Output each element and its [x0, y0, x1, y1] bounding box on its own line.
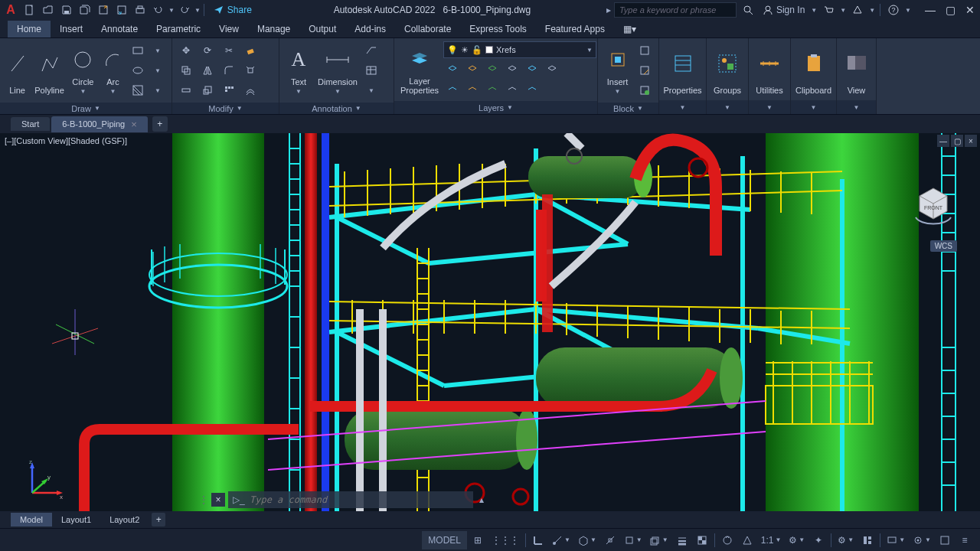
qat-saveall-icon[interactable] [77, 2, 93, 18]
groups-button[interactable]: Groups [711, 41, 743, 96]
command-input[interactable] [228, 491, 473, 508]
tab-collaborate[interactable]: Collaborate [395, 21, 460, 37]
dimension-button[interactable]: Dimension▼ [316, 41, 359, 96]
wcs-badge[interactable]: WCS [930, 240, 957, 252]
panel-draw-title[interactable]: Draw▼ [0, 103, 172, 114]
drawing-canvas[interactable]: [–][Custom View][Shaded (GSF)] — ▢ × [0, 133, 980, 511]
qat-saveweb-icon[interactable] [113, 2, 130, 18]
layer-tool-1-icon[interactable] [443, 60, 462, 78]
status-scale[interactable]: 1:1▼ [758, 531, 785, 549]
qat-save-icon[interactable] [58, 2, 75, 18]
cmd-drag-handle[interactable]: ⋮⋮ [199, 494, 208, 505]
copy-icon[interactable] [177, 61, 195, 80]
status-3dosnap-icon[interactable]: ▼ [621, 531, 645, 549]
mirror-icon[interactable] [198, 61, 217, 80]
vp-min-icon[interactable]: — [937, 135, 949, 147]
tab-output[interactable]: Output [299, 21, 345, 37]
status-workspace-icon[interactable]: ⚙▼ [835, 531, 857, 549]
clipboard-button[interactable]: Clipboard [794, 41, 833, 96]
hatch-icon[interactable] [129, 81, 147, 99]
text-button[interactable]: AText▼ [284, 41, 313, 96]
status-cycling-icon[interactable] [718, 531, 737, 549]
offset-icon[interactable] [241, 81, 260, 99]
tab-view[interactable]: View [210, 21, 248, 37]
cmd-close-icon[interactable]: × [211, 493, 225, 507]
panel-view-title[interactable]: ▼ [837, 100, 876, 114]
close-button[interactable]: ✕ [963, 3, 977, 17]
edit-block-icon[interactable] [635, 61, 654, 80]
tab-layout1[interactable]: Layout1 [52, 513, 100, 527]
help-dropdown[interactable]: ▼ [905, 7, 911, 14]
panel-annotation-title[interactable]: Annotation▼ [279, 103, 394, 114]
vp-max-icon[interactable]: ▢ [951, 135, 963, 147]
ellipse-dd[interactable]: ▼ [149, 61, 167, 80]
file-tab-add[interactable]: + [152, 116, 168, 132]
viewport-label[interactable]: [–][Custom View][Shaded (GSF)] [5, 136, 127, 145]
rotate-icon[interactable]: ⟳ [198, 41, 217, 60]
status-annoscale-icon[interactable] [738, 531, 756, 549]
utilities-button[interactable]: Utilities [753, 41, 786, 96]
qat-redo-icon[interactable] [176, 2, 193, 18]
move-icon[interactable]: ✥ [177, 41, 195, 60]
layer-tool-7-icon[interactable] [443, 80, 462, 98]
insert-button[interactable]: Insert▼ [603, 41, 632, 96]
line-button[interactable]: Line [5, 41, 30, 96]
vp-close-icon[interactable]: × [965, 135, 977, 147]
panel-layers-title[interactable]: Layers▼ [394, 101, 597, 114]
search-icon[interactable] [740, 2, 756, 18]
layer-tool-11-icon[interactable] [523, 80, 541, 98]
rectangle-icon[interactable] [129, 41, 147, 60]
arc-button[interactable]: Arc▼ [100, 41, 126, 96]
panel-properties-title[interactable]: ▼ [659, 100, 706, 114]
tab-model[interactable]: Model [11, 513, 52, 527]
minimize-button[interactable]: — [923, 3, 937, 17]
circle-button[interactable]: Circle▼ [69, 41, 97, 96]
tab-express[interactable]: Express Tools [460, 21, 535, 37]
explode-icon[interactable] [241, 61, 260, 80]
layer-tool-3-icon[interactable] [483, 60, 501, 78]
tab-addins[interactable]: Add-ins [345, 21, 395, 37]
cmd-recent-icon[interactable]: ▴ [476, 494, 487, 505]
signin-dropdown[interactable]: ▼ [811, 7, 817, 14]
view-button[interactable]: View [841, 41, 871, 96]
array-icon[interactable] [220, 81, 238, 99]
panel-groups-title[interactable]: ▼ [707, 100, 748, 114]
layer-tool-4-icon[interactable] [503, 60, 521, 78]
app-dropdown[interactable]: ▼ [869, 7, 875, 14]
status-ortho-icon[interactable] [529, 531, 547, 549]
status-polar-icon[interactable]: ▼ [549, 531, 573, 549]
panel-clipboard-title[interactable]: ▼ [791, 100, 836, 114]
trim-icon[interactable]: ✂ [220, 41, 238, 60]
panel-block-title[interactable]: Block▼ [598, 103, 658, 114]
status-snap-icon[interactable]: ⋮⋮⋮ [488, 531, 522, 549]
search-input[interactable]: Type a keyword or phrase [614, 2, 737, 18]
status-isolate-icon[interactable]: ▼ [910, 531, 934, 549]
status-tpy-icon[interactable] [673, 531, 691, 549]
status-ui-icon[interactable] [858, 531, 877, 549]
layer-tool-6-icon[interactable] [543, 60, 561, 78]
create-block-icon[interactable] [635, 41, 654, 60]
status-lwt-icon[interactable]: ▼ [647, 531, 671, 549]
status-hardware-icon[interactable]: ▼ [884, 531, 908, 549]
file-tab-start[interactable]: Start [11, 117, 50, 131]
fillet-icon[interactable] [220, 61, 238, 80]
qat-redo-dropdown[interactable]: ▼ [194, 7, 201, 14]
tab-insert[interactable]: Insert [51, 21, 92, 37]
tab-overflow-icon[interactable]: ▦▾ [614, 21, 645, 37]
layer-tool-5-icon[interactable] [523, 60, 541, 78]
status-isodraft-icon[interactable]: ▼ [575, 531, 599, 549]
qat-undo-icon[interactable] [150, 2, 167, 18]
help-icon[interactable]: ? [885, 2, 902, 18]
status-gear-icon[interactable]: ⚙▼ [786, 531, 808, 549]
qat-openweb-icon[interactable] [95, 2, 112, 18]
status-annomonitor-icon[interactable]: ✦ [809, 531, 828, 549]
stretch-icon[interactable] [177, 81, 195, 99]
layer-properties-button[interactable]: Layer Properties [399, 41, 440, 96]
qat-open-icon[interactable] [40, 2, 57, 18]
layout-add[interactable]: + [152, 513, 165, 527]
file-tab-active[interactable]: 6-B-1000_Piping× [51, 116, 148, 132]
panel-modify-title[interactable]: Modify▼ [172, 103, 279, 114]
hatch-dd[interactable]: ▼ [149, 81, 167, 99]
tab-annotate[interactable]: Annotate [92, 21, 147, 37]
scale-icon[interactable] [198, 81, 217, 99]
